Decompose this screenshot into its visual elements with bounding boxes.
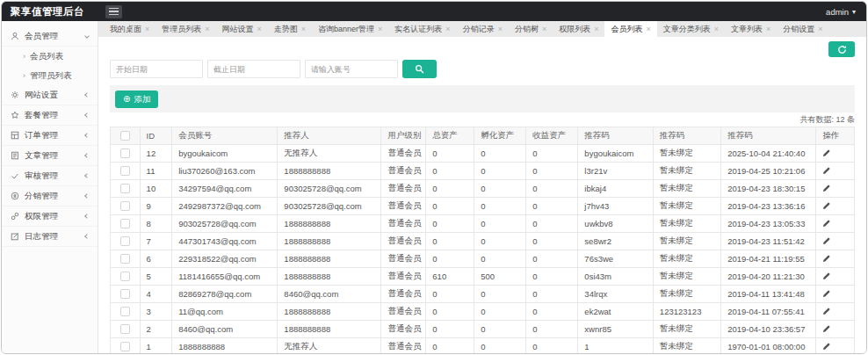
sidebar-item-permission-management[interactable]: 权限管理 (2, 206, 98, 227)
check-icon (11, 171, 19, 180)
close-icon[interactable]: × (205, 25, 209, 33)
close-icon[interactable]: × (498, 25, 503, 33)
select-all-checkbox[interactable] (120, 131, 130, 141)
row-checkbox[interactable] (120, 149, 130, 158)
row-checkbox[interactable] (120, 236, 130, 246)
row-checkbox[interactable] (120, 307, 130, 316)
sidebar-item-member-management[interactable]: 会员管理 (2, 26, 98, 47)
close-icon[interactable]: × (301, 25, 306, 33)
tab-realname-auth-list[interactable]: 实名认证列表× (388, 21, 456, 37)
edit-button[interactable] (822, 270, 830, 283)
edit-button[interactable] (822, 199, 830, 213)
tab-member-list[interactable]: 会员列表× (604, 21, 656, 37)
close-icon[interactable]: × (445, 25, 450, 33)
edit-button[interactable] (822, 252, 830, 265)
cell-col-6: 0 (474, 145, 526, 163)
cell-col-3: 903025728@qq.com (278, 198, 381, 215)
hamburger-menu-icon[interactable] (105, 5, 122, 18)
sidebar-subitem-admin-list[interactable]: ›管理员列表 (2, 66, 98, 85)
row-select-cell (111, 303, 141, 321)
account-input[interactable] (305, 60, 398, 78)
cell-col-4: 普通会员 (381, 145, 426, 163)
table-body: 12bygoukaicom无推荐人普通会员000bygoukaicom暂未绑定2… (111, 145, 855, 355)
edit-button[interactable] (822, 217, 830, 230)
column-header-11: 操作 (816, 127, 855, 145)
tab-article-list[interactable]: 文章列表× (725, 21, 777, 37)
edit-button[interactable] (822, 305, 830, 318)
cell-col-7: 0 (526, 268, 578, 286)
sidebar-item-log-management[interactable]: 日志管理 (2, 227, 98, 247)
cell-col-4: 普通会员 (381, 198, 426, 215)
user-menu[interactable]: admin ▾ (826, 7, 866, 17)
tab-distribution-records[interactable]: 分销记录× (457, 21, 509, 37)
row-checkbox[interactable] (120, 324, 130, 334)
sidebar-item-order-management[interactable]: 订单管理 (2, 126, 98, 146)
end-date-input[interactable] (207, 60, 300, 78)
start-date-input[interactable] (110, 60, 203, 78)
close-icon[interactable]: × (378, 25, 382, 33)
add-button[interactable]: ⊕添加 (115, 91, 158, 108)
tab-permission-list[interactable]: 权限列表× (553, 21, 604, 37)
row-checkbox[interactable] (120, 219, 130, 228)
sidebar-item-article-management[interactable]: 文章管理 (2, 146, 98, 166)
tab-distribution-tree[interactable]: 分销树× (509, 21, 553, 37)
cell-col-5: 0 (426, 286, 474, 303)
cell-col-6: 0 (474, 233, 526, 250)
sidebar-item-site-settings[interactable]: 网站设置 (2, 85, 98, 105)
close-icon[interactable]: × (818, 25, 822, 33)
close-icon[interactable]: × (542, 25, 546, 33)
sidebar-item-label: 套餐管理 (25, 110, 58, 121)
row-checkbox[interactable] (120, 166, 130, 176)
row-checkbox[interactable] (120, 289, 130, 299)
row-actions-cell (816, 303, 855, 321)
edit-button[interactable] (822, 182, 830, 195)
edit-button[interactable] (822, 235, 830, 248)
refresh-button[interactable] (828, 41, 855, 57)
edit-button[interactable] (822, 340, 830, 353)
row-checkbox[interactable] (120, 184, 130, 193)
edit-button[interactable] (822, 147, 830, 160)
total-count-text: 共有数据: 12 条 (110, 113, 855, 126)
tab-label: 咨询banner管理 (318, 24, 374, 35)
sidebar-subitem-member-list[interactable]: ›会员列表 (2, 47, 98, 66)
edit-button[interactable] (822, 164, 830, 178)
cell-col-5: 0 (426, 163, 474, 180)
tab-trend-chart[interactable]: 走势图× (268, 21, 312, 37)
tab-my-desktop[interactable]: 我的桌面× (104, 21, 156, 37)
close-icon[interactable]: × (714, 25, 719, 33)
tab-consult-banner-management[interactable]: 咨询banner管理× (312, 21, 388, 37)
tab-distribution-settings[interactable]: 分销设置× (777, 21, 828, 37)
close-icon[interactable]: × (646, 25, 650, 33)
row-checkbox[interactable] (120, 272, 130, 281)
row-checkbox[interactable] (120, 254, 130, 264)
cell-col-7: 0 (526, 233, 578, 250)
cell-col-8: 76s3we (578, 250, 654, 268)
sidebar-item-audit-management[interactable]: 审核管理 (2, 166, 98, 186)
close-icon[interactable]: × (145, 25, 149, 33)
row-actions-cell (816, 145, 855, 163)
search-button[interactable] (402, 60, 437, 78)
cell-col-8: 34lrqx (578, 286, 654, 303)
edit-pencil-icon (822, 237, 830, 245)
close-icon[interactable]: × (766, 25, 770, 33)
cell-col-8: l3r21v (578, 163, 654, 180)
tab-article-category-list[interactable]: 文章分类列表× (657, 21, 725, 37)
cell-col-6: 0 (474, 321, 526, 338)
cell-col-7: 0 (526, 198, 578, 215)
edit-button[interactable] (822, 322, 830, 336)
row-checkbox[interactable] (120, 201, 130, 211)
edit-button[interactable] (822, 287, 830, 301)
close-icon[interactable]: × (257, 25, 262, 33)
tab-admin-list[interactable]: 管理员列表× (156, 21, 215, 37)
sidebar-item-package-management[interactable]: 套餐管理 (2, 105, 98, 126)
column-header-8: 推荐码 (578, 127, 654, 145)
sidebar-item-distribution-management[interactable]: 分销管理 (2, 186, 98, 206)
close-icon[interactable]: × (594, 25, 598, 33)
cell-col-5: 0 (426, 250, 474, 268)
tab-site-settings[interactable]: 网站设置× (216, 21, 268, 37)
cell-col-10: 2019-04-23 13:36:16 (721, 198, 816, 215)
cell-col-6: 0 (474, 286, 526, 303)
cell-col-10: 2019-04-23 18:30:15 (721, 180, 816, 198)
row-checkbox[interactable] (120, 342, 130, 351)
cell-col-1: 6 (140, 250, 172, 268)
